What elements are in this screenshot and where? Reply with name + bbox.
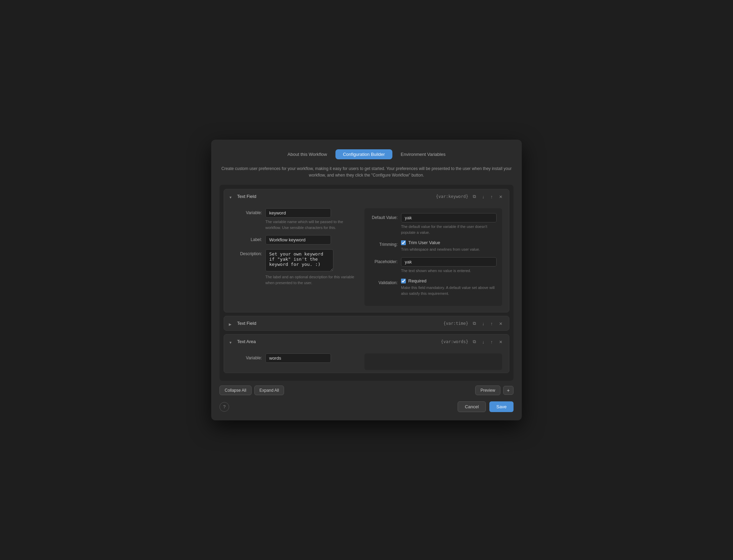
description-help-keyword: The label and an optional description fo…	[265, 274, 358, 286]
validation-checkbox-label: Required	[408, 278, 427, 283]
variable-help-keyword: The variable name which will be passed t…	[265, 219, 358, 230]
description-text: Create custom user preferences for your …	[219, 166, 514, 179]
validation-checkbox[interactable]	[401, 279, 406, 283]
trimming-content: Trim User Value Trim whitespace and newl…	[401, 240, 497, 252]
arrow-up-icon-words	[491, 339, 493, 344]
tab-bar: About this Workflow Configuration Builde…	[219, 149, 514, 159]
add-field-button[interactable]: +	[503, 386, 514, 395]
placeholder-content: The text shown when no value is entered.	[401, 257, 497, 274]
tab-about[interactable]: About this Workflow	[280, 149, 335, 159]
save-button[interactable]: Save	[489, 401, 514, 412]
close-icon-keyword	[499, 194, 502, 199]
placeholder-row: Placeholder: The text shown when no valu…	[370, 257, 497, 274]
copy-icon-keyword	[473, 193, 476, 199]
move-down-btn-keyword[interactable]	[480, 193, 486, 200]
move-up-btn-time[interactable]	[489, 320, 495, 327]
copy-icon-words	[473, 339, 476, 344]
close-icon-words	[499, 339, 502, 344]
arrow-down-icon-time	[482, 321, 485, 326]
field-type-keyword: Text Field	[237, 194, 433, 199]
copy-icon-time	[473, 320, 476, 326]
right-panel-keyword: Default Value: The default value for the…	[364, 208, 502, 306]
placeholder-label: Placeholder:	[370, 257, 398, 264]
trimming-checkbox-label: Trim User Value	[408, 240, 440, 245]
default-value-row: Default Value: The default value for the…	[370, 213, 497, 235]
variable-row-words: Variable:	[231, 353, 358, 363]
validation-row: Validation: Required Make this field man…	[370, 278, 497, 296]
right-panel-words	[364, 353, 502, 370]
arrow-down-icon-keyword	[482, 194, 485, 199]
expand-all-button[interactable]: Expand All	[254, 386, 284, 395]
tab-config[interactable]: Configuration Builder	[335, 149, 392, 159]
variable-input-keyword[interactable]	[265, 208, 331, 218]
preview-button[interactable]: Preview	[475, 386, 500, 395]
collapse-icon-words[interactable]	[229, 339, 234, 344]
var-badge-keyword: {var:keyword}	[436, 194, 468, 199]
variable-label-keyword: Variable:	[231, 208, 262, 215]
field-header-time: Text Field {var:time}	[224, 316, 509, 330]
remove-btn-words[interactable]	[497, 338, 504, 345]
description-row-keyword: Description: Set your own keyword if "ya…	[231, 249, 358, 286]
variable-label-words: Variable:	[231, 353, 262, 360]
trimming-checkbox[interactable]	[401, 240, 406, 245]
placeholder-input[interactable]	[401, 257, 497, 267]
description-label-keyword: Description:	[231, 249, 262, 256]
remove-btn-keyword[interactable]	[497, 193, 504, 200]
field-type-words: Text Area	[237, 339, 438, 344]
variable-input-words[interactable]	[265, 353, 331, 363]
left-panel-words: Variable:	[231, 353, 358, 370]
tab-env[interactable]: Environment Variables	[393, 149, 453, 159]
trimming-row: Trimming: Trim User Value Trim whitespac…	[370, 240, 497, 252]
label-label-keyword: Label:	[231, 235, 262, 242]
trimming-checkbox-row: Trim User Value	[401, 240, 497, 245]
left-panel-keyword: Variable: The variable name which will b…	[231, 208, 358, 306]
move-down-btn-time[interactable]	[480, 320, 486, 327]
trimming-help: Trim whitespace and newlines from user v…	[401, 247, 497, 252]
variable-row-keyword: Variable: The variable name which will b…	[231, 208, 358, 230]
default-value-content: The default value for the variable if th…	[401, 213, 497, 235]
move-up-btn-words[interactable]	[489, 338, 495, 345]
content-area: Text Field {var:keyword} Variable: The v…	[219, 185, 514, 381]
var-badge-time: {var:time}	[443, 321, 468, 326]
footer-actions: Cancel Save	[458, 401, 514, 412]
expand-icon-time[interactable]	[229, 321, 234, 326]
field-card-keyword: Text Field {var:keyword} Variable: The v…	[224, 189, 509, 312]
close-icon-time	[499, 321, 502, 326]
field-type-time: Text Field	[237, 321, 441, 326]
move-down-btn-words[interactable]	[480, 338, 486, 345]
var-badge-words: {var:words}	[441, 339, 468, 344]
dialog-footer: ? Cancel Save	[219, 401, 514, 412]
field-header-words: Text Area {var:words}	[224, 334, 509, 349]
move-up-btn-keyword[interactable]	[489, 193, 495, 200]
cancel-button[interactable]: Cancel	[458, 401, 486, 412]
trimming-label: Trimming:	[370, 240, 398, 247]
field-body-words: Variable:	[224, 349, 509, 373]
placeholder-help: The text shown when no value is entered.	[401, 268, 497, 274]
field-body-keyword: Variable: The variable name which will b…	[224, 203, 509, 312]
default-value-label: Default Value:	[370, 213, 398, 220]
collapse-all-button[interactable]: Collapse All	[219, 386, 252, 395]
collapse-icon-keyword[interactable]	[229, 194, 234, 199]
validation-label: Validation:	[370, 278, 398, 285]
copy-btn-keyword[interactable]	[471, 193, 478, 200]
default-value-help: The default value for the variable if th…	[401, 224, 497, 235]
copy-btn-words[interactable]	[471, 338, 478, 345]
arrow-up-icon-time	[491, 321, 493, 326]
arrow-down-icon-words	[482, 339, 485, 344]
copy-btn-time[interactable]	[471, 320, 478, 327]
bottom-toolbar: Collapse All Expand All Preview +	[219, 386, 514, 395]
validation-help: Make this field mandatory. A default val…	[401, 285, 497, 296]
help-button[interactable]: ?	[219, 402, 229, 412]
default-value-input[interactable]	[401, 213, 497, 222]
field-header-keyword: Text Field {var:keyword}	[224, 189, 509, 203]
validation-checkbox-row: Required	[401, 278, 497, 283]
label-input-keyword[interactable]	[265, 235, 331, 244]
field-card-words: Text Area {var:words} Variable:	[224, 334, 509, 373]
dialog: About this Workflow Configuration Builde…	[211, 140, 522, 420]
description-input-keyword[interactable]: Set your own keyword if "yak" isn't the …	[265, 249, 333, 271]
field-card-time: Text Field {var:time}	[224, 316, 509, 331]
validation-content: Required Make this field mandatory. A de…	[401, 278, 497, 296]
label-row-keyword: Label:	[231, 235, 358, 244]
arrow-up-icon-keyword	[491, 194, 493, 199]
remove-btn-time[interactable]	[497, 320, 504, 327]
